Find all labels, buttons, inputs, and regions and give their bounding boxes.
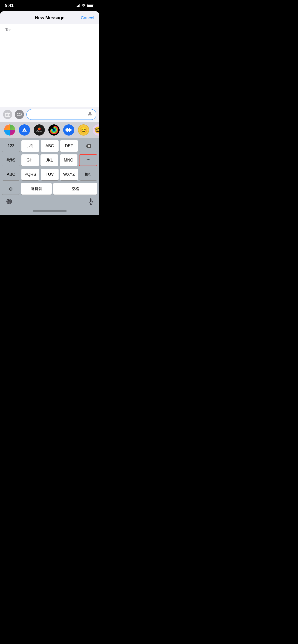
keyboard: 123 ،◦?! ABC DEF #@$ GHI JKL MNO ^^ ABC …: [0, 138, 99, 208]
keyboard-row-1: 123 ،◦?! ABC DEF: [1, 140, 98, 152]
svg-rect-5: [89, 112, 91, 115]
nav-header: New Message Cancel: [0, 11, 99, 24]
key-return[interactable]: 換行: [79, 169, 97, 180]
key-ghi[interactable]: GHI: [21, 154, 39, 166]
svg-rect-19: [72, 130, 72, 130]
svg-rect-17: [70, 129, 71, 131]
voice-memos-icon[interactable]: [63, 124, 74, 136]
svg-point-4: [19, 113, 22, 116]
svg-rect-16: [69, 128, 70, 132]
to-label: To:: [5, 27, 11, 33]
cancel-button[interactable]: Cancel: [81, 16, 94, 21]
svg-rect-13: [66, 128, 67, 131]
key-backspace[interactable]: [79, 140, 97, 152]
activity-rings-icon[interactable]: [48, 124, 60, 136]
svg-rect-18: [71, 129, 72, 130]
key-hash[interactable]: #@$: [2, 154, 20, 166]
message-input-wrapper[interactable]: [26, 109, 96, 120]
to-field[interactable]: To:: [0, 24, 99, 36]
key-shift[interactable]: ^^: [79, 154, 97, 166]
key-jkl[interactable]: JKL: [40, 154, 58, 166]
status-bar: 9:41: [0, 0, 99, 11]
main-content: New Message Cancel To:: [0, 11, 99, 215]
key-abc-switch[interactable]: ABC: [2, 169, 20, 180]
page-title: New Message: [35, 15, 64, 21]
battery-icon: [87, 4, 94, 7]
home-bar: [33, 210, 67, 212]
keyboard-row-2: #@$ GHI JKL MNO ^^: [1, 154, 98, 166]
text-cursor: [30, 112, 30, 117]
key-mno[interactable]: MNO: [60, 154, 78, 166]
status-time: 9:41: [5, 3, 13, 8]
key-def[interactable]: DEF: [60, 140, 78, 152]
svg-rect-12: [65, 129, 66, 130]
svg-point-1: [7, 114, 9, 116]
memoji-icon[interactable]: 😊: [78, 124, 89, 136]
key-pqrs[interactable]: PQRS: [21, 169, 39, 180]
input-bar: [0, 107, 99, 122]
key-tuv[interactable]: TUV: [41, 169, 59, 180]
globe-icon[interactable]: [6, 198, 12, 206]
keyboard-bottom: [1, 196, 98, 207]
app-store-icon[interactable]: [19, 124, 30, 136]
svg-point-2: [9, 114, 9, 114]
key-abc[interactable]: ABC: [41, 140, 59, 152]
keyboard-row-4: ☺ 選拼音 空格: [1, 183, 98, 195]
key-space[interactable]: 空格: [53, 183, 97, 195]
status-icons: [76, 4, 94, 7]
character-icon[interactable]: 🤓: [93, 124, 99, 136]
apple-cash-icon[interactable]: 🍎 Cash: [34, 124, 45, 136]
key-123[interactable]: 123: [2, 140, 20, 152]
keyboard-mic-icon[interactable]: [88, 198, 93, 206]
keyboard-row-3: ABC PQRS TUV WXYZ 換行: [1, 169, 98, 180]
wifi-icon: [82, 4, 86, 7]
to-input[interactable]: [12, 27, 94, 33]
key-punctuation[interactable]: ،◦?!: [21, 140, 39, 152]
svg-rect-25: [90, 198, 91, 202]
battery-fill: [88, 5, 93, 7]
camera-button[interactable]: [3, 110, 12, 119]
svg-rect-15: [68, 129, 69, 131]
photos-app-icon[interactable]: [4, 124, 15, 136]
svg-rect-14: [67, 128, 68, 132]
app-icons-row: 🍎 Cash: [0, 122, 99, 138]
message-body[interactable]: [0, 36, 99, 107]
svg-point-11: [53, 129, 55, 131]
home-indicator: [0, 208, 99, 215]
key-pinyin[interactable]: 選拼音: [21, 183, 52, 195]
apps-button[interactable]: [15, 110, 24, 119]
key-wxyz[interactable]: WXYZ: [60, 169, 78, 180]
signal-bars-icon: [76, 4, 80, 7]
mic-button[interactable]: [87, 111, 93, 118]
key-emoji[interactable]: ☺: [2, 183, 20, 195]
